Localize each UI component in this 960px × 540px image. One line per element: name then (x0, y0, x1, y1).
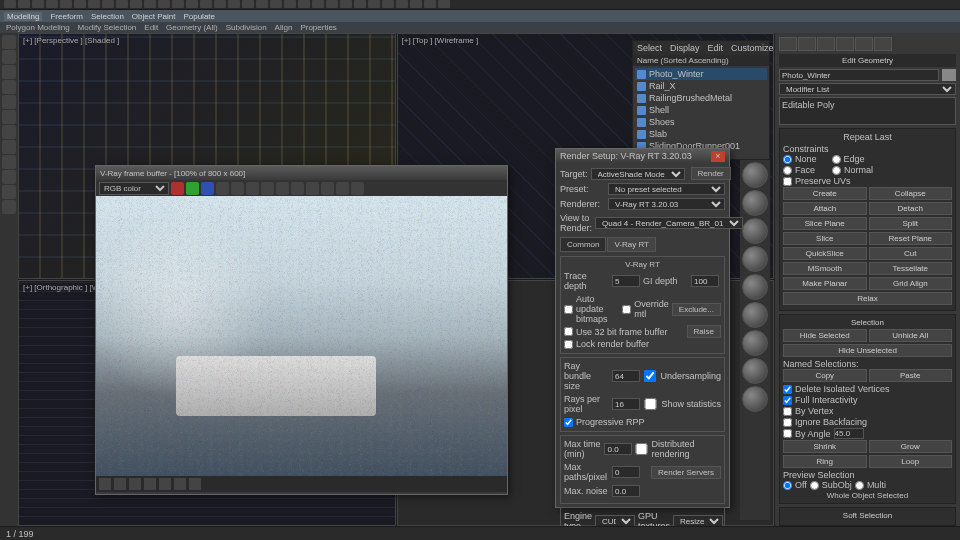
ribbon-tab-selection[interactable]: Selection (91, 12, 124, 21)
fullint-checkbox[interactable] (783, 396, 792, 405)
renderer-select[interactable]: V-Ray RT 3.20.03 (608, 198, 725, 210)
material-sphere-icon[interactable] (742, 246, 768, 272)
scene-item[interactable]: Slab (635, 128, 767, 140)
channel-green-icon[interactable] (186, 182, 199, 195)
tool-icon[interactable] (2, 185, 16, 199)
copy-button[interactable]: Copy (783, 369, 867, 382)
material-sphere-icon[interactable] (742, 330, 768, 356)
auto-update-checkbox[interactable] (564, 305, 573, 314)
tool-icon[interactable] (2, 65, 16, 79)
subtab-modifyselection[interactable]: Modify Selection (78, 23, 137, 32)
material-sphere-icon[interactable] (742, 302, 768, 328)
preserve-uvs-checkbox[interactable] (783, 177, 792, 186)
fb-tool-icon[interactable] (291, 182, 304, 195)
scene-menu-customize[interactable]: Customize (731, 43, 774, 53)
material-sphere-icon[interactable] (742, 358, 768, 384)
constraint-edge-radio[interactable] (832, 155, 841, 164)
preset-select[interactable]: No preset selected (608, 183, 725, 195)
fb-tool-icon[interactable] (321, 182, 334, 195)
channel-red-icon[interactable] (171, 182, 184, 195)
fb-tool-icon[interactable] (306, 182, 319, 195)
progressive-checkbox[interactable] (564, 418, 573, 427)
stats-checkbox[interactable] (643, 398, 658, 410)
tessellate-button[interactable]: Tessellate (869, 262, 953, 275)
undersampling-checkbox[interactable] (643, 370, 657, 382)
sliceplane-button[interactable]: Slice Plane (783, 217, 867, 230)
scene-menu-select[interactable]: Select (637, 43, 662, 53)
scene-item[interactable]: Shoes (635, 116, 767, 128)
ribbon-tab-modeling[interactable]: Modeling (4, 12, 42, 21)
modifier-list-select[interactable]: Modifier List (779, 83, 956, 95)
fb-status-icon[interactable] (129, 478, 141, 490)
material-sphere-icon[interactable] (742, 386, 768, 412)
subtab-polymodeling[interactable]: Polygon Modeling (6, 23, 70, 32)
cut-button[interactable]: Cut (869, 247, 953, 260)
soft-selection-title[interactable]: Soft Selection (783, 511, 952, 520)
material-sphere-icon[interactable] (742, 274, 768, 300)
tool-icon[interactable] (2, 140, 16, 154)
subtab-align[interactable]: Align (275, 23, 293, 32)
tool-icon[interactable] (2, 95, 16, 109)
deleteiso-checkbox[interactable] (783, 385, 792, 394)
quickslice-button[interactable]: QuickSlice (783, 247, 867, 260)
slice-button[interactable]: Slice (783, 232, 867, 245)
scene-column-header[interactable]: Name (Sorted Ascending) (633, 55, 769, 66)
scene-item[interactable]: Shell (635, 104, 767, 116)
fb-status-icon[interactable] (99, 478, 111, 490)
scene-item[interactable]: Rail_X (635, 80, 767, 92)
render-image[interactable] (96, 196, 507, 476)
subtab-subdivision[interactable]: Subdivision (226, 23, 267, 32)
tab-vrayrt[interactable]: V-Ray RT (607, 237, 656, 252)
tool-icon[interactable] (2, 170, 16, 184)
use32bit-checkbox[interactable] (564, 327, 573, 336)
ribbon-tab-populate[interactable]: Populate (183, 12, 215, 21)
subtab-geometry[interactable]: Geometry (All) (166, 23, 218, 32)
attach-button[interactable]: Attach (783, 202, 867, 215)
color-swatch[interactable] (942, 69, 956, 81)
tab-common[interactable]: Common (560, 237, 606, 252)
fb-tool-icon[interactable] (216, 182, 229, 195)
fb-tool-icon[interactable] (351, 182, 364, 195)
fb-tool-icon[interactable] (231, 182, 244, 195)
object-name-input[interactable] (779, 69, 939, 81)
makeplanar-button[interactable]: Make Planar (783, 277, 867, 290)
tool-icon[interactable] (2, 50, 16, 64)
fb-tool-icon[interactable] (261, 182, 274, 195)
channel-select[interactable]: RGB color (99, 182, 169, 195)
hide-unselected-button[interactable]: Hide Unselected (783, 344, 952, 357)
scene-item[interactable]: RailingBrushedMetal (635, 92, 767, 104)
dist-checkbox[interactable] (635, 443, 648, 455)
gridalign-button[interactable]: Grid Align (869, 277, 953, 290)
subtab-edit[interactable]: Edit (144, 23, 158, 32)
paste-button[interactable]: Paste (869, 369, 953, 382)
fb-status-icon[interactable] (174, 478, 186, 490)
grow-button[interactable]: Grow (869, 440, 953, 453)
preview-off-radio[interactable] (783, 481, 792, 490)
tool-icon[interactable] (2, 200, 16, 214)
loop-button[interactable]: Loop (869, 455, 953, 468)
view-select[interactable]: Quad 4 - Render_Camera_BR_01 (595, 217, 743, 229)
rays-input[interactable] (612, 398, 640, 410)
tool-icon[interactable] (2, 110, 16, 124)
resetplane-button[interactable]: Reset Plane (869, 232, 953, 245)
collapse-button[interactable]: Collapse (869, 187, 953, 200)
bundle-input[interactable] (612, 370, 640, 382)
angle-input[interactable] (834, 428, 864, 439)
lock-buffer-checkbox[interactable] (564, 340, 573, 349)
maxnoise-input[interactable] (612, 485, 640, 497)
material-sphere-icon[interactable] (742, 162, 768, 188)
scene-menu-display[interactable]: Display (670, 43, 700, 53)
ignorebf-checkbox[interactable] (783, 418, 792, 427)
ribbon-tab-freeform[interactable]: Freeform (50, 12, 82, 21)
material-sphere-icon[interactable] (742, 218, 768, 244)
tool-icon[interactable] (2, 35, 16, 49)
override-mtl-checkbox[interactable] (622, 305, 631, 314)
constraint-normal-radio[interactable] (832, 166, 841, 175)
fb-status-icon[interactable] (189, 478, 201, 490)
exclude-button[interactable]: Exclude... (672, 303, 721, 316)
subtab-properties[interactable]: Properties (300, 23, 336, 32)
unhide-all-button[interactable]: Unhide All (869, 329, 953, 342)
cmd-tab-icon[interactable] (817, 37, 835, 51)
render-button[interactable]: Render (691, 167, 731, 180)
cmd-tab-icon[interactable] (798, 37, 816, 51)
